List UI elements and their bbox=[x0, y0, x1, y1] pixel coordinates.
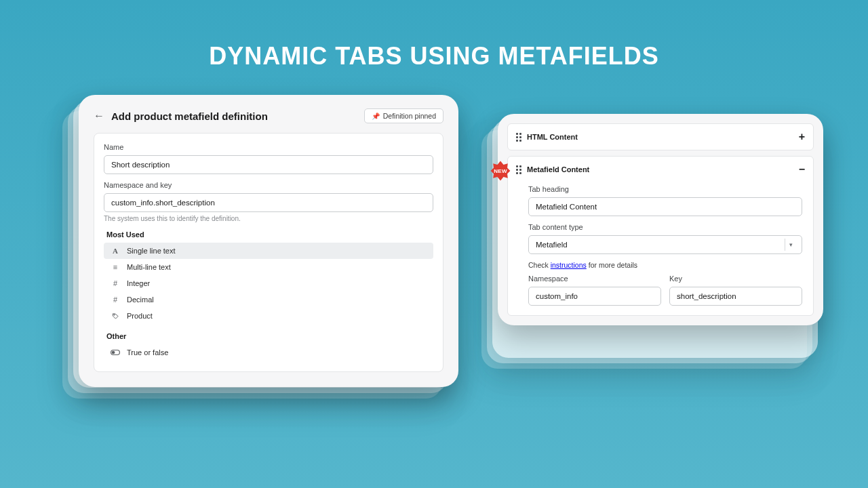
text-icon: A bbox=[111, 247, 120, 255]
instructions-link[interactable]: instructions bbox=[551, 261, 587, 269]
key-label: Key bbox=[669, 274, 802, 283]
group-other: Other bbox=[106, 332, 433, 340]
left-card-stack: ← Add product metafield definition 📌 Def… bbox=[79, 95, 458, 382]
namespace-key-input[interactable] bbox=[104, 193, 433, 212]
type-option-multi-line[interactable]: ≡ Multi-line text bbox=[104, 259, 433, 275]
block-title: Metafield Content bbox=[527, 165, 589, 174]
name-label: Name bbox=[104, 143, 433, 151]
group-most-used: Most Used bbox=[106, 230, 433, 239]
type-label: Product bbox=[127, 312, 153, 320]
definition-pinned-button[interactable]: 📌 Definition pinned bbox=[364, 108, 443, 123]
namespace-key-label: Namespace and key bbox=[104, 181, 433, 189]
hash-icon: # bbox=[111, 296, 120, 304]
tag-icon bbox=[111, 312, 120, 320]
tab-heading-label: Tab heading bbox=[528, 185, 802, 193]
type-option-boolean[interactable]: True or false bbox=[104, 344, 433, 361]
pin-button-label: Definition pinned bbox=[383, 112, 436, 120]
expand-icon[interactable]: + bbox=[799, 131, 805, 143]
metafield-block-header[interactable]: Metafield Content − bbox=[516, 163, 805, 176]
html-content-block[interactable]: HTML Content + bbox=[507, 123, 814, 150]
namespace-key-help: The system uses this to identify the def… bbox=[104, 215, 433, 222]
instructions-hint: Check instructions for more details bbox=[528, 261, 802, 269]
key-input[interactable] bbox=[669, 287, 802, 306]
tab-content-type-select[interactable] bbox=[528, 235, 802, 254]
type-option-decimal[interactable]: # Decimal bbox=[104, 291, 433, 308]
toggle-icon bbox=[111, 349, 120, 356]
type-option-product[interactable]: Product bbox=[104, 308, 433, 324]
hash-icon: # bbox=[111, 279, 120, 287]
theme-settings-card: NEW HTML Content + bbox=[498, 114, 823, 325]
type-label: Single line text bbox=[127, 247, 176, 255]
block-title: HTML Content bbox=[527, 133, 578, 141]
svg-point-2 bbox=[112, 351, 115, 354]
back-arrow-icon[interactable]: ← bbox=[94, 110, 104, 122]
type-label: Decimal bbox=[127, 296, 154, 304]
type-option-integer[interactable]: # Integer bbox=[104, 275, 433, 291]
right-card-stack: NEW HTML Content + bbox=[498, 114, 823, 352]
type-option-single-line[interactable]: A Single line text bbox=[104, 243, 433, 259]
collapse-icon[interactable]: − bbox=[799, 163, 805, 176]
type-label: Multi-line text bbox=[127, 263, 171, 271]
tab-content-type-label: Tab content type bbox=[528, 223, 802, 231]
metafield-content-block: Metafield Content − Tab heading Tab cont… bbox=[507, 156, 814, 316]
chevron-down-icon[interactable]: ▾ bbox=[785, 239, 797, 251]
type-label: Integer bbox=[127, 279, 150, 287]
svg-point-0 bbox=[113, 314, 114, 314]
namespace-label: Namespace bbox=[528, 274, 661, 283]
definition-form-panel: Name Namespace and key The system uses t… bbox=[94, 133, 443, 372]
new-badge-text: NEW bbox=[488, 159, 513, 183]
new-badge: NEW bbox=[488, 159, 513, 183]
hero-title: DYNAMIC TABS USING METAFIELDS bbox=[0, 0, 868, 70]
tab-heading-input[interactable] bbox=[528, 197, 802, 216]
namespace-input[interactable] bbox=[528, 287, 661, 306]
name-input[interactable] bbox=[104, 155, 433, 174]
page-title: Add product metafield definition bbox=[111, 110, 268, 122]
type-label: True or false bbox=[127, 348, 168, 357]
multiline-icon: ≡ bbox=[111, 263, 120, 271]
drag-handle-icon[interactable] bbox=[516, 133, 521, 142]
drag-handle-icon[interactable] bbox=[516, 165, 521, 174]
metafield-definition-card: ← Add product metafield definition 📌 Def… bbox=[79, 95, 458, 387]
pin-icon: 📌 bbox=[372, 113, 380, 120]
